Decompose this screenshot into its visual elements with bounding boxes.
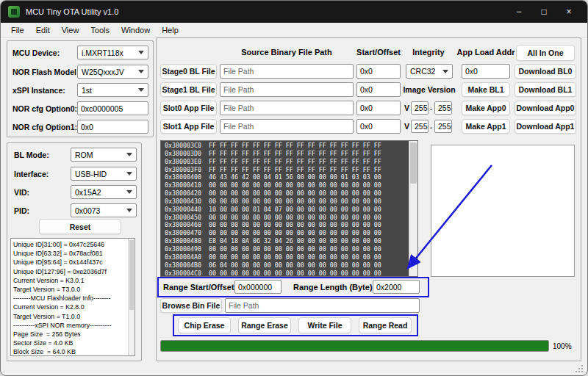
hex-dump-view[interactable]: 0x380003C0 FF FF FF FF FF FF FF FF FF FF… — [160, 140, 418, 277]
chevron-down-icon — [138, 88, 144, 92]
menu-view[interactable]: View — [56, 24, 85, 36]
slot1-version-minor-input[interactable]: 255 — [434, 120, 452, 133]
range-read-button[interactable]: Range Read — [359, 317, 412, 333]
slot1-version-major-input[interactable]: 255 — [411, 120, 429, 133]
stage1-path-input[interactable]: File Path — [220, 82, 354, 97]
all-in-one-button[interactable]: All In One — [516, 45, 575, 61]
chip-erase-button[interactable]: Chip Erase — [178, 317, 231, 333]
chevron-down-icon — [126, 153, 132, 156]
close-button[interactable]: × — [556, 1, 581, 23]
progress-bar — [160, 340, 549, 352]
xspi-instance-select[interactable]: 1st — [77, 83, 148, 97]
info-scrollbar-thumb[interactable] — [129, 240, 134, 310]
device-info-line: Unique ID[127:96] = 0xe2036d7f — [13, 267, 127, 276]
browse-bin-file-button[interactable]: Browse Bin File — [160, 298, 222, 313]
stage0-path-input[interactable]: File Path — [220, 64, 354, 79]
slot0-offset-input[interactable]: 0x0 — [356, 101, 401, 115]
slot0-path-input[interactable]: File Path — [220, 101, 354, 115]
device-info-line: Current Version = K2.8.0 — [13, 303, 127, 311]
download-bl0-button[interactable]: Download BL0 — [514, 64, 576, 79]
log-output-panel — [431, 145, 575, 277]
bl-mode-value: ROM — [75, 151, 93, 159]
device-info-box[interactable]: Unique ID[31:00] = 0x47c25646Unique ID[6… — [10, 238, 135, 356]
chevron-down-icon — [126, 190, 132, 194]
stage1-offset-input[interactable]: 0x0 — [356, 82, 401, 97]
menu-window[interactable]: Window — [115, 24, 156, 36]
slot1-offset-input[interactable]: 0x0 — [356, 119, 401, 134]
slot0-version-major-input[interactable]: 255 — [411, 101, 429, 115]
integrity-select[interactable]: CRC32 — [406, 64, 453, 79]
interface-value: USB-HID — [75, 170, 107, 178]
slot0-version-v-label: V — [404, 104, 409, 112]
progress-percent-label: 100% — [553, 342, 572, 350]
stage0-offset-input[interactable]: 0x0 — [356, 64, 401, 79]
write-file-button[interactable]: Write File — [298, 317, 351, 333]
interface-select[interactable]: USB-HID — [71, 167, 137, 181]
menu-file[interactable]: File — [5, 24, 30, 36]
hex-dump-line: 0x380004B0 06 04 00 00 00 00 00 00 00 00… — [165, 261, 407, 270]
nor-flash-model-select[interactable]: W25QxxxJV — [77, 65, 148, 79]
slot0-app-file-button[interactable]: Slot0 App File — [160, 101, 217, 115]
nor-cfg-option1-input[interactable]: 0x0 — [77, 120, 148, 134]
xspi-instance-label: xSPI Instance: — [12, 86, 65, 95]
hex-scrollbar-thumb[interactable] — [410, 142, 417, 184]
range-length-input[interactable]: 0x2000 — [373, 280, 420, 294]
vid-value: 0x15A2 — [75, 188, 101, 197]
hex-dump-line: 0x38000480 E8 04 18 0A 06 32 04 26 00 00… — [165, 237, 407, 245]
slot1-app-file-button[interactable]: Slot1 App File — [160, 119, 217, 134]
device-info-line: Target Version = T3.0.0 — [13, 285, 127, 294]
hex-dump-line: 0x38000470 00 00 00 00 00 00 00 00 00 00… — [165, 229, 407, 237]
chevron-down-icon — [126, 172, 132, 176]
app-load-addr-input[interactable]: 0x0 — [462, 64, 510, 79]
stage0-bl-file-button[interactable]: Stage0 BL File — [160, 64, 217, 79]
hex-scrollbar[interactable] — [409, 141, 417, 276]
source-binary-header: Source Binary File Path — [220, 48, 354, 57]
info-scrollbar[interactable] — [128, 239, 135, 355]
device-info-line: Unique ID[95:64] = 0x144f437c — [13, 258, 127, 267]
bl-mode-select[interactable]: ROM — [71, 148, 137, 162]
progress-fill — [161, 341, 548, 351]
hex-dump-line: 0x38000450 00 00 00 00 00 00 00 00 00 00… — [165, 214, 407, 222]
menu-help[interactable]: Help — [156, 24, 184, 36]
device-info-line: Page Size = 256 Bytes — [13, 330, 127, 339]
hex-dump-line: 0x38000430 00 00 00 00 00 00 00 00 00 00… — [165, 198, 407, 206]
mcu-device-label: MCU Device: — [12, 48, 60, 57]
maximize-button[interactable]: □ — [531, 1, 556, 23]
image-version-label: Image Version — [398, 85, 460, 94]
make-app0-button[interactable]: Make App0 — [462, 101, 510, 115]
pid-select[interactable]: 0x0073 — [71, 203, 137, 217]
download-bl1-button[interactable]: Download BL1 — [514, 82, 576, 97]
hex-dump-line: 0x38000400 46 43 46 42 00 04 01 56 00 00… — [165, 173, 407, 181]
stage1-bl-file-button[interactable]: Stage1 BL File — [160, 82, 217, 97]
mcu-device-select[interactable]: i.MXRT118x — [77, 46, 148, 59]
reset-button[interactable]: Reset — [39, 219, 121, 234]
chevron-down-icon — [126, 209, 132, 212]
range-start-input[interactable]: 0x000000 — [234, 280, 282, 294]
menu-edit[interactable]: Edit — [30, 24, 56, 36]
hex-dump-line: 0x38000420 00 00 00 00 00 00 00 00 00 00… — [165, 189, 407, 198]
slot1-path-input[interactable]: File Path — [220, 119, 354, 134]
pid-value: 0x0073 — [75, 206, 100, 215]
make-app1-button[interactable]: Make App1 — [462, 119, 510, 134]
make-bl1-button[interactable]: Make BL1 — [462, 82, 510, 97]
nor-cfg-option0-input[interactable]: 0xc0000005 — [77, 101, 148, 115]
menu-tools[interactable]: Tools — [85, 24, 115, 36]
download-app0-button[interactable]: Download App0 — [514, 101, 576, 115]
slot0-version-minor-input[interactable]: 255 — [434, 101, 452, 115]
resize-grip-icon[interactable] — [576, 364, 584, 372]
hex-dump-line: 0x38000490 00 00 00 00 00 00 00 00 00 00… — [165, 245, 407, 253]
vid-select[interactable]: 0x15A2 — [71, 185, 137, 199]
device-info-line: Block Size = 64.0 KB — [13, 347, 127, 356]
window-title: MCU Tiny OTA Utility v1.0 — [26, 7, 118, 16]
hex-dump-line: 0x380003D0 FF FF FF FF FF FF FF FF FF FF… — [165, 150, 407, 158]
device-info-line: Unique ID[31:00] = 0x47c25646 — [13, 240, 127, 249]
browse-bin-path-input[interactable]: File Path — [225, 298, 420, 313]
hex-dump-line: 0x380003E0 FF FF FF FF FF FF FF FF FF FF… — [165, 158, 407, 166]
range-erase-button[interactable]: Range Erase — [238, 317, 291, 333]
device-info-line: Unique ID[63:32] = 0x78acf081 — [13, 249, 127, 258]
device-info-line: ----------xSPI NOR memory---------- — [13, 321, 127, 330]
minimize-button[interactable]: − — [506, 1, 531, 23]
menubar: File Edit View Tools Window Help — [1, 23, 587, 38]
download-app1-button[interactable]: Download App1 — [514, 119, 576, 134]
hex-dump-line: 0x380004C0 00 00 00 00 00 00 00 00 00 00… — [165, 270, 407, 278]
